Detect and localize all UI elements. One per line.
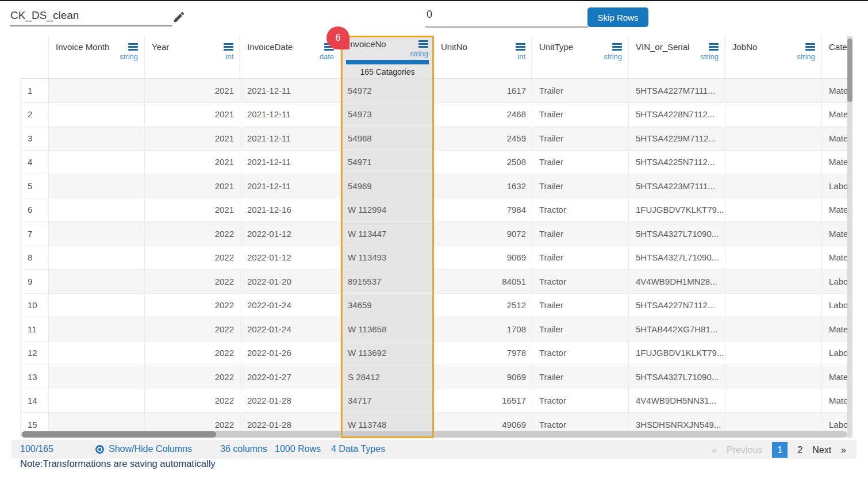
cell-year: 2022 — [145, 294, 240, 318]
cell-invoice_no: 54968 — [341, 126, 434, 151]
cell-invoice_date: 2021-12-16 — [240, 198, 341, 223]
cell-unit_type: Trailer — [532, 222, 629, 246]
cell-invoice_date: 2022-01-24 — [240, 317, 341, 342]
cell-unit_no: 1617 — [434, 79, 532, 103]
cell-unit_type: Trailer — [532, 317, 629, 342]
cell-invoice_no: W 113692 — [341, 342, 434, 366]
cell-job_no — [725, 246, 822, 270]
column-header-invoice_no[interactable]: InvoiceNostring165 Catagories — [341, 36, 434, 78]
cell-invoice_date: 2021-12-11 — [240, 103, 341, 127]
table-row: 220212021-12-11549732468Trailer5HTSA4228… — [20, 103, 852, 127]
cell-job_no — [725, 270, 822, 294]
column-menu-icon[interactable] — [418, 39, 428, 49]
column-header-invoice_date[interactable]: InvoiceDatedate — [240, 36, 341, 78]
cell-unit_no: 1708 — [434, 317, 532, 342]
table-row: 1220222022-01-26W 1136927978Tractor1FUJG… — [20, 342, 852, 366]
edit-pencil-icon[interactable] — [172, 10, 186, 24]
cell-unit_no: 7984 — [434, 198, 532, 223]
cell-invoice_no: W 113658 — [341, 317, 434, 342]
dataset-name-input[interactable]: CK_DS_clean — [10, 9, 79, 22]
cell-year: 2022 — [145, 342, 240, 366]
row-number: 9 — [20, 270, 49, 294]
page-1-button[interactable]: 1 — [772, 442, 788, 458]
row-number: 12 — [20, 342, 49, 366]
cell-invoice_month — [49, 365, 145, 389]
table-header-row: Invoice MonthstringYearintInvoiceDatedat… — [20, 36, 852, 79]
cell-year: 2022 — [145, 389, 240, 413]
cell-year: 2021 — [145, 198, 240, 223]
row-number: 4 — [20, 151, 49, 175]
table-row: 1420222022-01-283471716517Tractor4V4WB9D… — [20, 389, 852, 413]
column-label: Year — [152, 42, 169, 52]
cell-invoice_no: 34717 — [341, 389, 434, 413]
skip-rows-input[interactable]: 0 — [427, 9, 432, 21]
horizontal-scrollbar[interactable] — [21, 431, 847, 438]
cell-vin_or_serial: 5HTSA4227M7111... — [629, 79, 725, 103]
column-type-label: int — [434, 52, 531, 61]
column-label: Cate — [829, 42, 847, 52]
skip-rows-button[interactable]: Skip Rows — [587, 7, 648, 27]
cell-job_no — [725, 389, 822, 413]
category-count-indicator: 100/165 — [20, 444, 53, 454]
cell-unit_no: 9069 — [434, 365, 532, 389]
table-row: 1020222022-01-24346592512Trailer5HTSA422… — [20, 294, 852, 318]
cell-job_no — [725, 126, 822, 151]
table-row: 620212021-12-16W 1129947984Tractor1FUJGB… — [20, 198, 852, 223]
column-header-invoice_month[interactable]: Invoice Monthstring — [49, 36, 145, 78]
cell-invoice_no: 54971 — [341, 151, 434, 175]
cell-vin_or_serial: 5HTSA4327L71090... — [629, 246, 725, 270]
vertical-scrollbar-thumb[interactable] — [847, 39, 852, 102]
column-header-vin_or_serial[interactable]: VIN_or_Serialstring — [629, 36, 725, 78]
cell-unit_no: 2459 — [434, 126, 532, 151]
column-header-unit_no[interactable]: UnitNoint — [434, 36, 532, 78]
cell-invoice_no: W 112994 — [341, 198, 434, 223]
cell-year: 2022 — [145, 246, 240, 270]
rows-count-stat: 1000 Rows — [275, 444, 321, 454]
column-header-job_no[interactable]: JobNostring — [725, 36, 822, 78]
cell-invoice_date: 2021-12-11 — [240, 151, 341, 175]
column-menu-icon[interactable] — [805, 42, 815, 52]
cell-invoice_month — [49, 294, 145, 318]
column-header-year[interactable]: Yearint — [145, 36, 240, 78]
cell-vin_or_serial: 5HTSA4228N7112... — [629, 103, 725, 127]
cell-invoice_month — [49, 389, 145, 413]
cell-vin_or_serial: 4V4WB9DH1MN28... — [629, 270, 725, 294]
cell-invoice_month — [49, 126, 145, 151]
column-menu-icon[interactable] — [709, 42, 719, 52]
cell-invoice_month — [49, 174, 145, 198]
column-menu-icon[interactable] — [128, 42, 138, 52]
previous-arrow[interactable]: « — [712, 445, 717, 455]
row-number: 8 — [20, 246, 49, 270]
cell-unit_type: Trailer — [532, 151, 629, 175]
horizontal-scrollbar-thumb[interactable] — [22, 431, 216, 438]
table-row: 420212021-12-11549712508Trailer5HTSA4225… — [20, 151, 852, 175]
row-number: 13 — [20, 365, 49, 389]
page-2-button[interactable]: 2 — [797, 445, 802, 455]
column-menu-icon[interactable] — [516, 42, 525, 52]
next-arrow[interactable]: » — [841, 445, 846, 455]
autosave-note: Note:Transformations are saving automati… — [20, 458, 216, 469]
cell-invoice_no: 54969 — [341, 174, 434, 198]
cell-invoice_month — [49, 342, 145, 366]
table-row: 920222022-01-20891553784051Tractor4V4WB9… — [20, 270, 852, 294]
show-hide-columns-button[interactable]: Show/Hide Columns — [95, 444, 192, 454]
cell-job_no — [725, 317, 822, 342]
cell-unit_no: 2512 — [434, 294, 532, 318]
vertical-scrollbar[interactable] — [847, 36, 852, 438]
cell-invoice_date: 2022-01-27 — [240, 365, 341, 389]
previous-button[interactable]: Previous — [727, 445, 762, 455]
column-menu-icon[interactable] — [612, 42, 622, 52]
cell-unit_no: 16517 — [434, 389, 532, 413]
cell-unit_type: Trailer — [532, 294, 629, 318]
cell-year: 2021 — [145, 174, 240, 198]
cell-unit_no: 9069 — [434, 246, 532, 270]
cell-unit_type: Tractor — [532, 270, 629, 294]
row-number: 14 — [20, 389, 49, 413]
eye-icon — [95, 444, 105, 454]
column-header-unit_type[interactable]: UnitTypestring — [532, 36, 629, 78]
cell-job_no — [725, 342, 822, 366]
cell-vin_or_serial: 1FUJGBDV7KLKT79... — [629, 198, 725, 223]
cell-job_no — [725, 198, 822, 223]
column-menu-icon[interactable] — [224, 42, 233, 52]
next-button[interactable]: Next — [812, 445, 831, 455]
